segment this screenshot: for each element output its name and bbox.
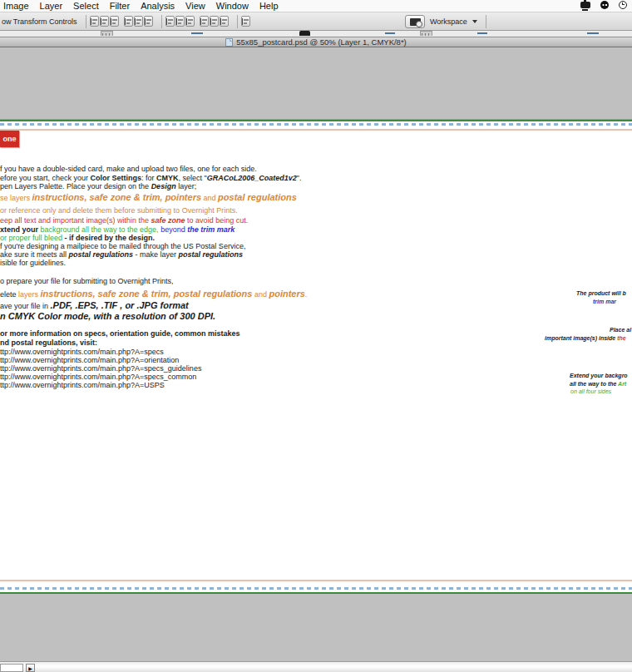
text-segment: pointers: [269, 289, 304, 299]
status-field: [0, 664, 23, 672]
text-segment: elete: [0, 290, 18, 299]
text-segment: isible for guidelines.: [0, 259, 66, 267]
text-segment: on all four sides: [570, 388, 611, 394]
text-line: Extend your backgro: [570, 373, 628, 379]
panel-edge-artifact: [299, 31, 310, 36]
text-segment: nd postal regulations, visit:: [0, 338, 97, 347]
workspace-button[interactable]: [405, 15, 425, 28]
separator: [86, 15, 86, 28]
safe-zone-line-bottom: [0, 580, 632, 581]
text-segment: ave your file in: [0, 302, 51, 310]
display-icon[interactable]: [580, 2, 590, 8]
text-segment: the trim mark: [187, 225, 235, 234]
panel-edge-artifact: [587, 32, 599, 34]
menu-item-image[interactable]: Image: [3, 1, 29, 11]
text-segment: ttp://www.overnightprints.com/main.php?A…: [0, 381, 165, 389]
auto-align-layers-icon: [242, 18, 249, 25]
text-segment: and: [252, 290, 269, 299]
text-segment: eep all text and important image(s) with…: [0, 216, 151, 225]
bleed-edge-line-top: [0, 120, 632, 121]
text-segment: o prepare your file for submitting to Ov…: [0, 277, 174, 285]
document-viewport[interactable]: one f you have a double-sided card, make…: [0, 47, 632, 661]
distribute-bottom-edges-button[interactable]: [185, 16, 195, 27]
text-segment: f you're designing a mailpiece to be mai…: [0, 242, 245, 250]
text-segment: Art: [618, 381, 626, 387]
button-group: [165, 16, 195, 27]
text-segment: : for: [141, 174, 156, 182]
menu-item-view[interactable]: View: [185, 1, 205, 11]
text-segment: Color Settings: [91, 174, 142, 182]
auto-align-layers-button[interactable]: [241, 16, 250, 27]
workspace-icon: [410, 18, 421, 26]
separator: [237, 15, 238, 28]
text-segment: beyond: [159, 225, 188, 234]
align-bottom-edges-button[interactable]: [110, 16, 119, 27]
text-segment: .PDF, .EPS, .TIF , or .JPG format: [51, 300, 189, 310]
dots-icon[interactable]: [600, 1, 609, 9]
align-vertical-centers-button[interactable]: [100, 16, 109, 27]
text-segment: - make layer: [133, 250, 179, 259]
workspace-label: Workspace: [430, 17, 467, 26]
button-group: [124, 16, 153, 27]
button-group: [200, 16, 229, 27]
text-line: eep all text and important image(s) with…: [0, 217, 248, 225]
text-segment: postal regulations: [69, 250, 134, 259]
button-group: [241, 16, 250, 27]
menu-item-layer[interactable]: Layer: [40, 1, 63, 11]
horizontal-scrollbar[interactable]: ▶: [0, 661, 632, 672]
align-bottom-edges-icon: [111, 18, 117, 25]
text-line: trim mar: [593, 299, 616, 305]
clock-icon[interactable]: [619, 1, 627, 9]
text-segment: f you have a double-sided card, make and…: [0, 165, 257, 173]
align-horizontal-centers-button[interactable]: [134, 16, 143, 27]
document-title-bar[interactable]: 55x85_postcard.psd @ 50% (Layer 1, CMYK/…: [0, 37, 632, 47]
menu-item-select[interactable]: Select: [73, 1, 99, 11]
align-right-edges-button[interactable]: [144, 16, 153, 27]
distribute-vertical-centers-icon: [176, 18, 183, 25]
text-line: se layers instructions, safe zone & trim…: [0, 192, 297, 203]
menu-item-filter[interactable]: Filter: [110, 1, 130, 11]
text-segment: - if desired by the design.: [62, 234, 155, 242]
text-segment: trim mar: [593, 299, 616, 304]
text-line: ttp://www.overnightprints.com/main.php?A…: [0, 382, 165, 390]
align-left-edges-button[interactable]: [124, 16, 133, 27]
distribute-right-edges-button[interactable]: [220, 16, 229, 27]
text-segment: instructions, safe zone & trim, pointers: [32, 192, 202, 202]
distribute-horizontal-centers-button[interactable]: [210, 16, 219, 27]
text-segment: layers: [18, 290, 41, 299]
text-line: n CMYK Color mode, with a resolution of …: [0, 311, 215, 322]
menu-item-help[interactable]: Help: [259, 1, 279, 11]
text-segment: layer;: [176, 182, 197, 190]
distribute-top-edges-icon: [166, 18, 173, 25]
menu-item-analysis[interactable]: Analysis: [141, 1, 175, 11]
text-line: or reference only and delete them before…: [0, 207, 238, 215]
options-bar: ow Transform Controls Workspace: [0, 12, 632, 31]
text-segment: background all the way to the edge,: [41, 225, 159, 234]
menu-item-window[interactable]: Window: [216, 1, 249, 11]
chevron-down-icon[interactable]: [472, 20, 477, 23]
document-proxy-icon: [225, 38, 233, 47]
align-vertical-centers-icon: [101, 18, 107, 25]
distribute-top-edges-button[interactable]: [165, 16, 175, 27]
distribute-left-edges-button[interactable]: [200, 16, 209, 27]
text-line: important image(s) inside the: [545, 335, 626, 342]
trim-guide-dashed-top: [0, 123, 632, 126]
align-top-edges-button[interactable]: [90, 16, 99, 27]
distribute-vertical-centers-button[interactable]: [175, 16, 185, 27]
text-segment: CMYK: [156, 174, 179, 182]
menu-bar: ImageLayerSelectFilterAnalysisViewWindow…: [0, 0, 632, 12]
panel-edge-artifact: [101, 31, 113, 36]
text-segment: ttp://www.overnightprints.com/main.php?A…: [0, 364, 201, 373]
align-top-edges-icon: [91, 18, 97, 25]
text-line: on all four sides: [570, 388, 611, 395]
text-segment: n CMYK Color mode, with a resolution of …: [0, 311, 215, 321]
text-segment: instructions, safe zone & trim, postal r…: [41, 289, 253, 299]
text-segment: ".: [297, 174, 302, 182]
text-segment: Extend your backgro: [570, 373, 628, 378]
panel-edge-artifact: [385, 32, 395, 34]
text-line: f you have a double-sided card, make and…: [0, 166, 257, 174]
panel-edge-artifact: [477, 32, 487, 34]
scroll-right-arrow[interactable]: ▶: [26, 664, 35, 672]
text-segment: ttp://www.overnightprints.com/main.php?A…: [0, 348, 164, 356]
distribute-horizontal-centers-icon: [210, 18, 217, 25]
